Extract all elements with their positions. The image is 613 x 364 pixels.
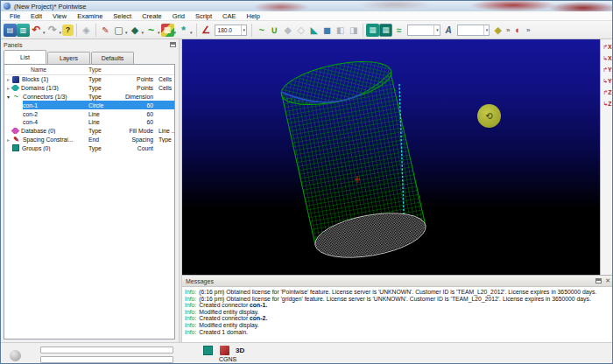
redo-button[interactable]: ↷	[46, 24, 60, 37]
tree-column-headers[interactable]: Name Type	[4, 65, 174, 75]
messages-panel: Messages ✕ Info:(6:16 pm) Obtained licen…	[182, 275, 613, 342]
menu-examine[interactable]: Examine	[72, 11, 108, 21]
menu-script[interactable]: Script	[190, 11, 217, 21]
toolbar-overflow-button-2[interactable]: »	[525, 24, 532, 37]
view-cube-dropdown-icon[interactable]: ▾	[125, 30, 128, 35]
solid-domain-dropdown-icon[interactable]: ▾	[142, 30, 144, 35]
view-plus-y-button[interactable]: ↱Y	[602, 65, 613, 74]
menu-bar: File Edit View Examine Select Create Gri…	[1, 11, 613, 21]
domain-spray-button[interactable]: *	[177, 24, 190, 37]
tree-row-con-1[interactable]: con-1 Circle 60	[4, 101, 174, 109]
domain-spray-dropdown-icon[interactable]: ▾	[190, 30, 193, 35]
tab-list[interactable]: List	[4, 50, 46, 64]
draw-style-button[interactable]: ✎	[99, 24, 112, 37]
tree-row-blocks[interactable]: ▸Blocks (1) Type Points Cells	[4, 75, 174, 84]
combo-dropdown-icon[interactable]: ▾	[241, 25, 246, 35]
panel-float-icon[interactable]	[170, 42, 176, 47]
grid-shaded-button[interactable]: ▦	[379, 24, 392, 37]
expand-icon[interactable]: ▸	[4, 76, 12, 82]
collapse-icon[interactable]: ▾	[4, 94, 12, 100]
arc-tool-button[interactable]: ∪	[268, 24, 281, 37]
show-hide-button[interactable]: ◈	[80, 24, 93, 37]
name-combo[interactable]: ▾	[407, 24, 440, 36]
rotation-angle-combo[interactable]: 180.0 ▾	[215, 24, 248, 36]
spacing-icon: ✎	[12, 136, 20, 144]
tree-row-spacing-constraints[interactable]: ▸✎Spacing Constrai... End Spacing Type	[4, 136, 174, 144]
tree-row-con-4[interactable]: con-4 Line 60	[4, 118, 174, 127]
blocks-icon	[12, 76, 19, 83]
menu-file[interactable]: File	[4, 11, 25, 21]
trackball-icon	[10, 350, 21, 361]
view-minus-y-button[interactable]: ↳Y	[602, 76, 613, 86]
panels-title: Panels	[4, 42, 22, 48]
extrude-tool-button[interactable]: ◧	[334, 24, 347, 37]
combo-dropdown-icon[interactable]: ▾	[483, 25, 489, 35]
redo-dropdown-icon[interactable]: ▾	[60, 30, 62, 35]
messages-close-icon[interactable]: ✕	[605, 277, 610, 284]
grid-color-dropdown-icon[interactable]: ▾	[174, 30, 177, 35]
menu-grid[interactable]: Grid	[167, 11, 190, 21]
column-type[interactable]: Type	[88, 66, 123, 73]
view-plus-x-button[interactable]: ↱X	[602, 42, 613, 52]
view-plus-z-button[interactable]: ↱Z	[602, 88, 613, 97]
log-line: Info:Created connector con-1.	[185, 302, 613, 309]
create-connector-button[interactable]: ~	[144, 24, 158, 37]
panels-panel: Panels List Layers Defaults Name Type ▸B…	[1, 39, 179, 342]
menu-select[interactable]: Select	[108, 11, 137, 21]
split-tool-button[interactable]: ◨	[347, 24, 360, 37]
tree-row-connectors[interactable]: ▾~Connectors (1/3) Type Dimension	[4, 93, 174, 102]
grid-points-button[interactable]: ▦	[366, 24, 379, 37]
mask-tool-button[interactable]: ◐	[511, 24, 525, 37]
save-button[interactable]: ▤	[4, 24, 17, 37]
log-line: Info:(6:16 pm) Obtained license for 'Poi…	[185, 289, 613, 296]
tab-defaults[interactable]: Defaults	[91, 52, 134, 64]
connector-dropdown-icon[interactable]: ▾	[158, 30, 160, 35]
expand-icon[interactable]: ▸	[4, 136, 12, 143]
grid-color-button[interactable]: ▦	[161, 24, 174, 37]
menu-create[interactable]: Create	[137, 11, 167, 21]
dashed-connector-button[interactable]: ≈	[392, 24, 405, 37]
main-toolbar: ▤ ▥ ↶▾ ↷▾ ? ◈ ✎ ▢▾ ◆▾ ~▾ ▦▾ *▾ ∠ 180.0 ▾…	[1, 21, 613, 39]
solver-icon[interactable]	[220, 346, 229, 355]
menu-cae[interactable]: CAE	[217, 11, 241, 21]
view-cube-button[interactable]: ▢	[112, 24, 125, 37]
progress-bar-top	[40, 346, 173, 354]
open-button[interactable]: ▥	[17, 24, 30, 37]
log-line: Info:Modified entity display.	[185, 309, 613, 316]
connectors-icon: ~	[12, 93, 20, 101]
help-button[interactable]: ?	[62, 24, 74, 36]
diamond-tool-b-button[interactable]: ◇	[294, 24, 307, 37]
label-tool-button[interactable]: A	[442, 24, 455, 37]
block-tool-button[interactable]: ◼	[321, 24, 334, 37]
menu-view[interactable]: View	[47, 11, 72, 21]
status-bar: 3D CGNS	[1, 342, 613, 364]
rotate-angle-button[interactable]: ∠	[200, 24, 213, 37]
tree-row-domains[interactable]: ▸Domains (1/3) Type Points Cells	[4, 84, 174, 93]
tab-layers[interactable]: Layers	[47, 52, 90, 64]
messages-float-icon[interactable]	[595, 278, 602, 284]
column-name[interactable]: Name	[4, 66, 88, 73]
curve-tool-button[interactable]: ~	[255, 24, 268, 37]
log-line: Info:Created connector con-2.	[185, 315, 613, 322]
size-combo[interactable]: ▾	[457, 24, 490, 36]
view-minus-x-button[interactable]: ↳X	[602, 53, 613, 63]
view-minus-z-button[interactable]: ↳Z	[602, 99, 613, 108]
title-bar[interactable]: (New Project)* Pointwise	[1, 1, 613, 11]
undo-button[interactable]: ↶	[30, 24, 43, 37]
messages-log[interactable]: Info:(6:16 pm) Obtained license for 'Poi…	[182, 287, 613, 342]
tree-row-con-2[interactable]: con-2 Line 60	[4, 109, 174, 118]
menu-help[interactable]: Help	[241, 11, 264, 21]
toolbar-overflow-button[interactable]: »	[504, 24, 511, 37]
grid-mode-icon[interactable]	[203, 346, 213, 355]
solid-domain-button[interactable]: ◆	[129, 24, 142, 37]
app-logo-icon	[4, 3, 11, 10]
surface-tool-button[interactable]: ◆	[491, 24, 504, 37]
undo-dropdown-icon[interactable]: ▾	[43, 30, 46, 35]
display-3d-viewport[interactable]: ⟲	[182, 39, 600, 275]
wedge-tool-button[interactable]: ◣	[307, 24, 321, 37]
tree-row-groups[interactable]: Groups (0) Type Count	[4, 144, 174, 152]
menu-edit[interactable]: Edit	[25, 11, 47, 21]
tree-row-database[interactable]: Database (0) Type Fill Mode Line ...	[4, 127, 174, 136]
combo-dropdown-icon[interactable]: ▾	[433, 25, 439, 35]
diamond-tool-a-button[interactable]: ◆	[281, 24, 294, 37]
